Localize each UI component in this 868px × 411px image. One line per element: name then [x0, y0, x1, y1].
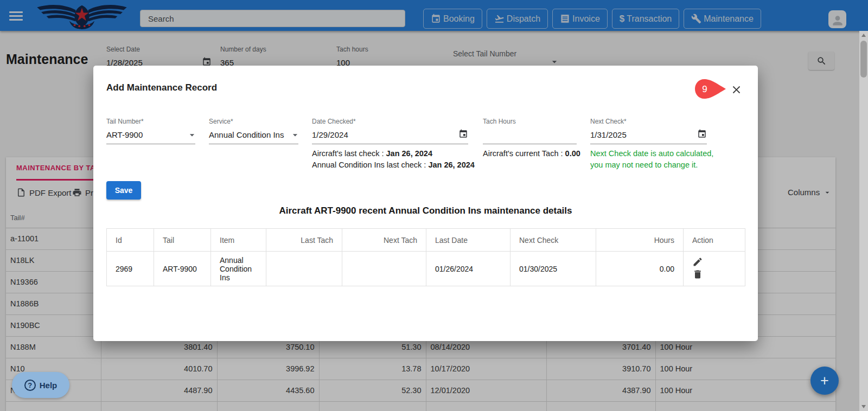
chevron-down-icon[interactable] [187, 130, 197, 140]
delete-button[interactable] [692, 269, 703, 281]
service-last-check-text: Annual Condition Ins last check : Jan 26… [312, 160, 475, 169]
aircraft-last-check-text: Aircraft's last check : Jan 26, 2024 [312, 149, 432, 158]
question-mark-icon: ? [24, 380, 36, 391]
date-checked-label: Date Checked* [312, 118, 356, 125]
next-check-label: Next Check* [590, 118, 627, 125]
tach-hours-label: Tach Hours [483, 118, 516, 125]
service-label: Service* [209, 118, 233, 125]
calendar-icon[interactable] [697, 129, 707, 139]
tail-number-select[interactable]: Tail Number* ART-9900 [106, 118, 195, 147]
help-label: Help [40, 381, 58, 390]
next-tach-cell [342, 252, 426, 286]
pencil-icon [692, 256, 703, 267]
close-icon [730, 84, 743, 96]
scroll-down-arrow[interactable] [861, 405, 866, 408]
field-underline [312, 144, 468, 144]
field-underline [590, 144, 707, 144]
last-tach-cell [266, 252, 342, 286]
scrollbar-thumb[interactable] [860, 41, 867, 78]
calendar-icon[interactable] [458, 129, 468, 139]
trash-icon [692, 269, 703, 280]
table-header-row: Id Tail Item Last Tach Next Tach Last Da… [107, 229, 745, 252]
tail-number-label: Tail Number* [106, 118, 144, 125]
auto-calculated-note-line2: you may not need to change it. [590, 160, 698, 169]
dialog-title: Add Maintenance Record [106, 82, 217, 93]
maintenance-record-row: 2969 ART-9900 Annual Condition Ins 01/26… [107, 252, 745, 286]
id-cell: 2969 [107, 252, 154, 286]
service-select[interactable]: Service* Annual Condition Ins [209, 118, 298, 147]
save-button[interactable]: Save [106, 181, 141, 200]
recent-maintenance-table: Id Tail Item Last Tach Next Tach Last Da… [106, 228, 745, 286]
field-underline [209, 144, 298, 144]
next-check-value: 1/31/2025 [590, 130, 627, 139]
auto-calculated-note-line1: Next Check date is auto calculated, [590, 149, 713, 158]
tail-number-value: ART-9900 [106, 130, 143, 139]
close-button[interactable] [729, 84, 743, 98]
next-check-field[interactable]: Next Check* 1/31/2025 Next Check date is… [590, 118, 707, 147]
last-date-cell: 01/26/2024 [426, 252, 510, 286]
field-underline [483, 144, 577, 144]
current-tach-text: Aircraft's current Tach : 0.00 [483, 149, 580, 158]
action-cell [684, 252, 745, 286]
scroll-up-arrow[interactable] [861, 34, 866, 37]
next-check-cell: 01/30/2025 [510, 252, 596, 286]
edit-button[interactable] [692, 256, 703, 269]
add-record-fab[interactable]: + [810, 367, 839, 395]
chevron-down-icon[interactable] [290, 130, 301, 140]
date-checked-value: 1/29/2024 [312, 130, 348, 139]
tach-hours-field[interactable]: Tach Hours Aircraft's current Tach : 0.0… [483, 118, 577, 147]
add-maintenance-record-dialog: Add Maintenance Record Tail Number* ART-… [93, 66, 758, 341]
help-button[interactable]: ? Help [12, 372, 69, 398]
item-cell: Annual Condition Ins [211, 252, 266, 286]
date-checked-field[interactable]: Date Checked* 1/29/2024 Aircraft's last … [312, 118, 468, 147]
hours-cell: 0.00 [596, 252, 684, 286]
service-value: Annual Condition Ins [209, 130, 284, 139]
vertical-scrollbar [859, 31, 868, 411]
field-underline [106, 144, 195, 144]
recent-maintenance-title: Aircraft ART-9900 recent Annual Conditio… [93, 206, 758, 216]
tail-cell: ART-9900 [154, 252, 211, 286]
